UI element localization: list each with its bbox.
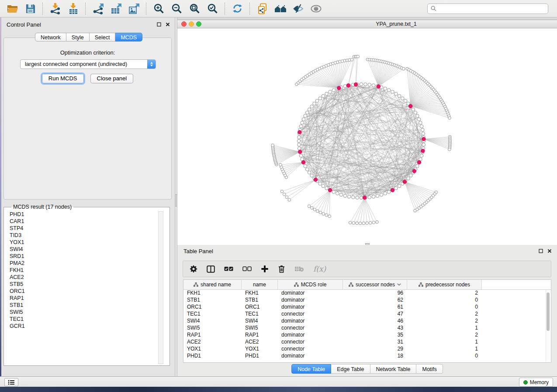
- network-node[interactable]: [299, 125, 303, 128]
- network-node[interactable]: [364, 83, 367, 86]
- network-node[interactable]: [362, 222, 365, 225]
- table-row[interactable]: SWI5SWI5connector431: [183, 324, 546, 331]
- mcds-result-item[interactable]: SRD1: [10, 253, 170, 260]
- table-row[interactable]: FKH1FKH1dominator962: [183, 289, 546, 296]
- zoom-out-button[interactable]: [168, 1, 186, 16]
- network-node[interactable]: [372, 84, 375, 87]
- tab-edge-table[interactable]: Edge Table: [331, 364, 370, 374]
- network-node[interactable]: [343, 85, 347, 88]
- mcds-result-item[interactable]: STB1: [10, 302, 170, 309]
- search-input[interactable]: [439, 5, 545, 12]
- network-node[interactable]: [422, 143, 426, 147]
- table-row[interactable]: STB1STB1dominator620: [183, 296, 546, 303]
- float-panel-button[interactable]: [156, 22, 162, 27]
- network-node[interactable]: [301, 121, 304, 124]
- mcds-result-item[interactable]: TEC1: [10, 316, 170, 323]
- network-node[interactable]: [420, 125, 423, 128]
- import-network-button[interactable]: [46, 1, 64, 16]
- network-node[interactable]: [412, 108, 415, 111]
- network-node[interactable]: [414, 209, 417, 212]
- network-node[interactable]: [356, 196, 359, 199]
- mcds-result-item[interactable]: SWI5: [10, 309, 170, 316]
- table-row[interactable]: RAP1RAP1dominator352: [183, 331, 546, 338]
- network-node[interactable]: [298, 147, 301, 150]
- network-node[interactable]: [372, 221, 375, 224]
- network-node[interactable]: [350, 58, 353, 62]
- network-node[interactable]: [339, 193, 343, 196]
- network-node[interactable]: [343, 194, 347, 198]
- network-node[interactable]: [315, 99, 319, 103]
- save-session-button[interactable]: [21, 1, 39, 16]
- network-node[interactable]: [352, 222, 355, 225]
- export-table-button[interactable]: [107, 1, 125, 16]
- hide-graphics-details-button[interactable]: [289, 1, 307, 16]
- network-node[interactable]: [325, 186, 329, 190]
- network-node[interactable]: [325, 213, 328, 217]
- mcds-result-item[interactable]: YOX1: [10, 239, 170, 246]
- mcds-result-item[interactable]: PMA2: [10, 260, 170, 267]
- network-node[interactable]: [310, 105, 314, 108]
- mcds-node[interactable]: [301, 160, 305, 164]
- mcds-node[interactable]: [408, 104, 412, 108]
- mcds-result-item[interactable]: ACE2: [10, 274, 170, 281]
- mcds-node[interactable]: [422, 137, 426, 141]
- network-node[interactable]: [298, 136, 301, 139]
- table-row[interactable]: YOX1YOX1connector291: [183, 345, 546, 352]
- network-node[interactable]: [448, 117, 451, 120]
- network-overview-button[interactable]: [271, 1, 289, 16]
- mcds-node[interactable]: [298, 130, 302, 134]
- memory-button[interactable]: Memory: [519, 378, 553, 387]
- network-node[interactable]: [310, 174, 314, 177]
- mcds-node[interactable]: [354, 83, 358, 86]
- table-scrollbar[interactable]: [546, 290, 550, 362]
- network-node[interactable]: [305, 111, 309, 114]
- close-mcds-panel-button[interactable]: Close panel: [90, 74, 134, 83]
- network-node[interactable]: [318, 182, 322, 186]
- mcds-result-item[interactable]: FKH1: [10, 267, 170, 274]
- column-view-icon[interactable]: [207, 265, 215, 273]
- network-node[interactable]: [302, 118, 305, 121]
- network-node[interactable]: [336, 192, 339, 195]
- network-node[interactable]: [319, 211, 322, 214]
- network-node[interactable]: [402, 67, 405, 70]
- network-node[interactable]: [311, 206, 314, 210]
- export-image-button[interactable]: [125, 1, 143, 16]
- network-node[interactable]: [308, 108, 311, 111]
- network-node[interactable]: [409, 174, 413, 177]
- gear-icon[interactable]: [190, 265, 197, 273]
- mcds-result-item[interactable]: SWI4: [10, 246, 170, 253]
- network-node[interactable]: [407, 177, 410, 180]
- network-node[interactable]: [359, 222, 362, 225]
- network-node[interactable]: [372, 195, 375, 199]
- network-node[interactable]: [420, 154, 423, 158]
- network-node[interactable]: [316, 210, 319, 213]
- network-node[interactable]: [347, 195, 351, 199]
- search-field[interactable]: [427, 3, 548, 14]
- close-panel-button[interactable]: [165, 22, 170, 27]
- mcds-result-item[interactable]: ORC1: [10, 288, 170, 295]
- mcds-node[interactable]: [314, 178, 318, 182]
- network-node[interactable]: [387, 89, 391, 92]
- network-node[interactable]: [332, 190, 336, 194]
- splitter-grip[interactable]: [175, 194, 177, 206]
- zoom-in-button[interactable]: [150, 1, 168, 16]
- network-node[interactable]: [298, 143, 301, 147]
- network-node[interactable]: [308, 171, 311, 174]
- network-node[interactable]: [416, 165, 419, 168]
- network-canvas[interactable]: [177, 28, 557, 246]
- task-history-button[interactable]: [4, 378, 18, 386]
- table-row[interactable]: SWI4SWI4dominator462: [183, 317, 546, 324]
- network-node[interactable]: [304, 114, 307, 118]
- tab-network-table[interactable]: Network Table: [370, 364, 417, 374]
- export-network-button[interactable]: [89, 1, 107, 16]
- column-header-shared-name[interactable]: shared name: [183, 280, 242, 289]
- tab-node-table[interactable]: Node Table: [291, 364, 331, 374]
- network-node[interactable]: [368, 196, 371, 199]
- network-node[interactable]: [329, 90, 332, 94]
- zoom-fit-button[interactable]: [186, 1, 204, 16]
- network-node[interactable]: [414, 111, 417, 114]
- mcds-result-item[interactable]: GCR1: [10, 323, 170, 330]
- network-node[interactable]: [313, 102, 316, 106]
- select-all-icon[interactable]: [224, 266, 233, 272]
- network-node[interactable]: [404, 99, 407, 103]
